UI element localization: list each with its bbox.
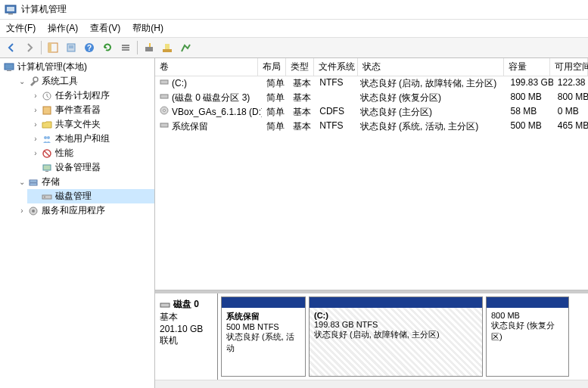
disk-icon [160, 300, 170, 310]
tree-services[interactable]: › 服务和应用程序 [14, 203, 154, 218]
col-type[interactable]: 类型 [286, 58, 314, 76]
refresh-button[interactable] [99, 39, 116, 56]
tree-scheduler[interactable]: ›任务计划程序 [27, 88, 154, 103]
svg-text:?: ? [87, 44, 92, 52]
partition-status: 状态良好 (恢复分区) [491, 320, 564, 343]
col-status[interactable]: 状态 [358, 58, 504, 76]
separator [41, 41, 42, 54]
tree-label: 计算机管理(本地) [17, 61, 87, 73]
cell-type: 基本 [288, 91, 315, 105]
menu-help[interactable]: 帮助(H) [132, 22, 163, 35]
title-bar: 计算机管理 [0, 0, 588, 20]
col-filesystem[interactable]: 文件系统 [314, 58, 358, 76]
table-row[interactable]: 系统保留简单基本NTFS状态良好 (系统, 活动, 主分区)500 MB465 … [155, 120, 588, 134]
partition-size: 500 MB NTFS [226, 322, 300, 331]
expand-icon[interactable]: › [17, 206, 27, 215]
volume-name: 系统保留 [172, 121, 208, 132]
menu-action[interactable]: 操作(A) [48, 22, 78, 35]
views-button[interactable] [45, 39, 61, 56]
tree-shared[interactable]: ›共享文件夹 [27, 117, 154, 132]
tree-eventviewer[interactable]: ›事件查看器 [27, 103, 154, 117]
disk-icon [41, 191, 53, 203]
volume-name: (C:) [172, 78, 187, 88]
properties-button[interactable] [63, 39, 79, 56]
partition-header [222, 297, 305, 308]
tree-diskmgmt[interactable]: 磁盘管理 [27, 189, 154, 203]
expand-icon[interactable]: › [30, 149, 41, 157]
partition-title: 系统保留 [226, 311, 300, 322]
volume-table[interactable]: 卷 布局 类型 文件系统 状态 容量 可用空间 (C:)简单基本NTFS状态良好… [155, 58, 588, 290]
collapse-icon[interactable]: ⌄ [17, 178, 27, 186]
cell-status: 状态良好 (主分区) [356, 105, 506, 120]
svg-rect-4 [48, 43, 51, 52]
partition-status: 状态良好 (启动, 故障转储, 主分区) [314, 329, 478, 340]
list-button[interactable] [117, 39, 134, 56]
cd-icon [160, 106, 170, 115]
tree-label: 共享文件夹 [55, 118, 101, 131]
cell-status: 状态良好 (启动, 故障转储, 主分区) [356, 76, 506, 91]
app-icon [5, 4, 17, 16]
tree-users[interactable]: ›本地用户和组 [27, 132, 154, 146]
partition-title: (C:) [314, 311, 478, 320]
computer-icon [3, 61, 15, 73]
svg-rect-14 [149, 43, 151, 47]
cell-fs: NTFS [315, 120, 355, 134]
action-button-3[interactable] [177, 39, 194, 56]
table-row[interactable]: VBox_GAs_6.1.18 (D:)简单基本CDFS状态良好 (主分区)58… [155, 105, 588, 120]
cell-free: 465 MB [553, 120, 588, 134]
tree-system-tools[interactable]: ⌄ 系统工具 [14, 74, 154, 88]
tree-performance[interactable]: ›性能 [27, 146, 154, 160]
svg-rect-12 [122, 49, 129, 51]
main-content: 计算机管理(本地) ⌄ 系统工具 ›任务计划程序 ›事件查看器 ›共享文件夹 ›… [0, 58, 588, 388]
svg-rect-15 [163, 49, 172, 52]
cell-fs [315, 91, 355, 105]
collapse-icon[interactable]: ⌄ [17, 77, 27, 85]
cell-free: 0 MB [553, 105, 588, 120]
menu-bar: 文件(F) 操作(A) 查看(V) 帮助(H) [0, 20, 588, 38]
menu-file[interactable]: 文件(F) [6, 22, 36, 35]
help-button[interactable]: ? [81, 39, 98, 56]
cell-fs: CDFS [315, 105, 355, 120]
col-free[interactable]: 可用空间 [550, 58, 588, 76]
svg-rect-13 [145, 47, 153, 51]
cell-type: 基本 [288, 120, 315, 134]
menu-view[interactable]: 查看(V) [90, 22, 120, 35]
svg-point-37 [163, 110, 166, 112]
volume-name: VBox_GAs_6.1.18 (D:) [172, 107, 262, 117]
users-icon [41, 133, 53, 145]
svg-rect-27 [45, 171, 48, 172]
col-layout[interactable]: 布局 [258, 58, 286, 76]
table-row[interactable]: (磁盘 0 磁盘分区 3)简单基本状态良好 (恢复分区)800 MB800 MB [155, 91, 588, 105]
col-volume[interactable]: 卷 [155, 58, 258, 76]
svg-rect-16 [165, 44, 170, 49]
disk-status: 联机 [160, 334, 213, 347]
disk-info[interactable]: 磁盘 0 基本 201.10 GB 联机 [155, 293, 218, 380]
partition-block[interactable]: (C:)199.83 GB NTFS状态良好 (启动, 故障转储, 主分区) [309, 296, 483, 377]
event-icon [41, 104, 53, 116]
tree-root[interactable]: 计算机管理(本地) [0, 60, 154, 74]
partition-block[interactable]: 系统保留500 MB NTFS状态良好 (系统, 活动 [221, 296, 306, 377]
drive-icon [160, 77, 170, 86]
forward-button[interactable] [21, 39, 38, 56]
drive-icon [160, 92, 170, 101]
partition-block[interactable]: 800 MB状态良好 (恢复分区) [486, 296, 569, 377]
tree-storage[interactable]: ⌄ 存储 [14, 175, 154, 189]
tree-devmgr[interactable]: 设备管理器 [27, 160, 154, 175]
table-row[interactable]: (C:)简单基本NTFS状态良好 (启动, 故障转储, 主分区)199.83 G… [155, 76, 588, 91]
action-button-1[interactable] [141, 39, 157, 56]
expand-icon[interactable]: › [30, 92, 41, 100]
svg-rect-34 [160, 80, 168, 84]
col-capacity[interactable]: 容量 [504, 58, 550, 76]
tree-panel[interactable]: 计算机管理(本地) ⌄ 系统工具 ›任务计划程序 ›事件查看器 ›共享文件夹 ›… [0, 58, 155, 388]
scrollbar-horizontal[interactable] [155, 380, 588, 388]
back-button[interactable] [3, 39, 20, 56]
svg-rect-28 [30, 180, 37, 182]
svg-rect-11 [122, 47, 129, 48]
expand-icon[interactable]: › [30, 135, 41, 143]
expand-icon[interactable]: › [30, 106, 41, 114]
action-button-2[interactable] [159, 39, 176, 56]
cell-layout: 简单 [262, 91, 288, 105]
expand-icon[interactable]: › [30, 120, 41, 129]
volume-name: (磁盘 0 磁盘分区 3) [172, 92, 250, 103]
tree-label: 系统工具 [42, 75, 78, 88]
